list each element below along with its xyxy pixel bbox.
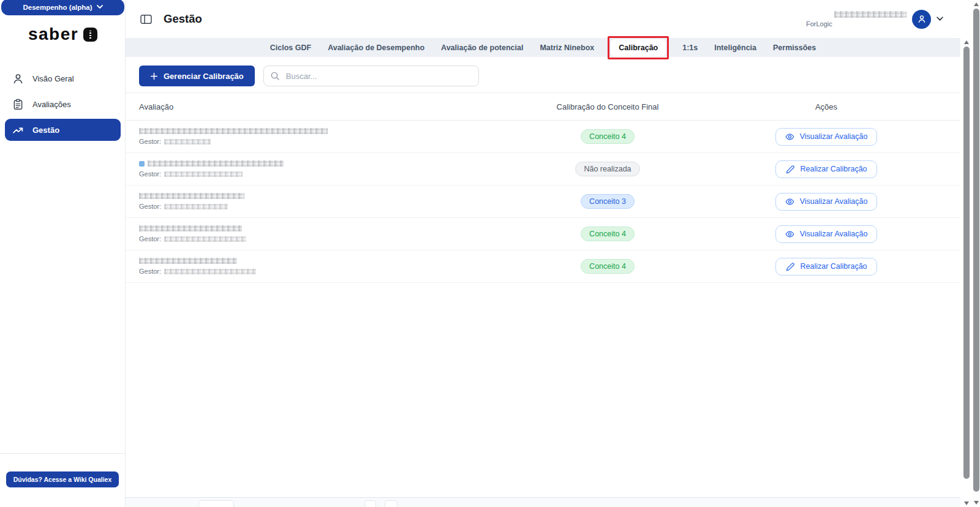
sidebar-item-avaliacoes[interactable]: Avaliações <box>5 93 121 115</box>
main-header: Gestão ForLogic <box>126 0 960 38</box>
main-area: Gestão ForLogic C <box>126 0 960 507</box>
row-action-label: Realizar Calibração <box>800 262 867 271</box>
workspace-switcher[interactable]: Desempenho (alpha) <box>1 0 124 15</box>
tab-calibracao[interactable]: Calibração <box>611 39 666 56</box>
scroll-down-arrow-icon[interactable] <box>974 501 979 505</box>
row-action-label: Visualizar Avaliação <box>800 132 868 141</box>
avatar[interactable] <box>912 10 931 29</box>
row-action-button[interactable]: Visualizar Avaliação <box>775 193 878 211</box>
gestor-label: Gestor: <box>139 235 161 242</box>
column-header-avaliacao: Avaliação <box>126 102 523 111</box>
gestor-name-redacted <box>164 236 246 242</box>
pager-button[interactable] <box>385 500 398 507</box>
row-action-button[interactable]: Realizar Calibração <box>775 258 876 276</box>
evaluation-title-redacted <box>139 225 242 231</box>
annotated-tab-wrap: Calibração <box>611 39 666 56</box>
sidebar-menu: Visão Geral Avaliações Gestão <box>5 67 121 145</box>
evaluation-cell: Gestor: <box>126 160 523 178</box>
outer-scrollbar[interactable] <box>973 0 980 507</box>
sidebar-item-gestao[interactable]: Gestão <box>5 119 121 141</box>
workspace-switcher-label: Desempenho (alpha) <box>23 4 92 11</box>
tab-permissoes[interactable]: Permissões <box>773 43 816 52</box>
gestor-label: Gestor: <box>139 203 161 210</box>
calibration-status-badge: Conceito 3 <box>581 194 635 209</box>
row-action-label: Visualizar Avaliação <box>800 230 868 238</box>
calibration-status-badge: Conceito 4 <box>581 259 635 274</box>
outer-scrollbar-thumb[interactable] <box>973 9 979 492</box>
account-meta: ForLogic <box>806 11 907 28</box>
gestor-name-redacted <box>164 204 228 209</box>
manage-calibration-button[interactable]: Gerenciar Calibração <box>139 66 255 86</box>
inner-scrollbar[interactable] <box>963 38 970 507</box>
column-header-calibracao: Calibração do Conceito Final <box>523 102 692 111</box>
sidebar-item-visao-geral[interactable]: Visão Geral <box>5 67 121 89</box>
search-box <box>263 66 479 86</box>
tab-1-1s[interactable]: 1:1s <box>682 43 698 52</box>
calibration-status-badge: Não realizada <box>575 162 639 176</box>
pager-button[interactable] <box>364 500 376 507</box>
logo-badge-icon <box>83 28 97 42</box>
evaluation-cell: Gestor: <box>126 258 523 275</box>
table-row: Gestor: Conceito 4 Visualizar Avaliação <box>126 121 960 153</box>
row-action-button[interactable]: Visualizar Avaliação <box>775 225 878 243</box>
page-size-select[interactable] <box>198 500 234 507</box>
evaluation-chip <box>139 161 145 167</box>
sidebar-item-label: Gestão <box>32 126 59 135</box>
table-row: Gestor: Conceito 3 Visualizar Avaliação <box>126 186 960 218</box>
evaluation-cell: Gestor: <box>126 225 523 242</box>
table-row: Gestor: Conceito 4 Visualizar Avaliação <box>126 218 960 250</box>
wiki-help-button[interactable]: Dúvidas? Acesse a Wiki Qualiex <box>6 471 119 487</box>
scroll-up-arrow-icon[interactable] <box>974 2 979 6</box>
logo: saber <box>0 24 126 44</box>
scroll-down-arrow-icon[interactable] <box>964 501 969 505</box>
row-action-label: Realizar Calibração <box>800 165 867 173</box>
table-row: Gestor: Não realizada Realizar Calibraçã… <box>126 153 960 186</box>
clipboard-icon <box>12 99 24 110</box>
chevron-down-icon <box>97 5 103 9</box>
table-body: Gestor: Conceito 4 Visualizar Avaliação <box>126 121 960 283</box>
tab-avaliacao-de-desempenho[interactable]: Avaliação de Desempenho <box>328 43 424 52</box>
trend-up-icon <box>12 124 24 136</box>
row-action-button[interactable]: Realizar Calibração <box>775 160 876 178</box>
calibration-status-badge: Conceito 4 <box>581 227 635 241</box>
table-row: Gestor: Conceito 4 Realizar Calibração <box>126 250 960 283</box>
person-icon <box>12 73 24 85</box>
scroll-up-arrow-icon[interactable] <box>964 40 969 44</box>
tab-inteligencia[interactable]: Inteligência <box>714 43 756 52</box>
sidebar-toggle-icon[interactable] <box>140 13 153 24</box>
gestor-label: Gestor: <box>139 138 161 145</box>
account-chevron-down-icon[interactable] <box>937 17 943 21</box>
pagination-footer <box>126 497 960 507</box>
plus-icon <box>150 72 158 80</box>
gestor-name-redacted <box>164 171 243 177</box>
account-name-redacted <box>834 11 907 18</box>
eye-icon <box>785 132 794 141</box>
inner-scrollbar-thumb[interactable] <box>963 47 970 479</box>
sidebar-item-label: Visão Geral <box>32 74 74 83</box>
calibration-status-badge: Conceito 4 <box>581 129 635 144</box>
tab-avaliacao-de-potencial[interactable]: Avaliação de potencial <box>441 43 523 52</box>
tab-ciclos-gdf[interactable]: Ciclos GDF <box>270 43 311 52</box>
evaluation-title-redacted <box>148 160 284 167</box>
pencil-icon <box>785 262 794 271</box>
tab-matriz-ninebox[interactable]: Matriz Ninebox <box>540 43 594 52</box>
column-header-acoes: Ações <box>692 102 960 111</box>
tab-bar: Ciclos GDFAvaliação de DesempenhoAvaliaç… <box>126 38 960 57</box>
eye-icon <box>785 230 794 239</box>
evaluation-cell: Gestor: <box>126 193 523 210</box>
row-action-button[interactable]: Visualizar Avaliação <box>775 128 878 146</box>
account-company-label: ForLogic <box>806 20 832 28</box>
manage-calibration-label: Gerenciar Calibração <box>164 72 244 81</box>
logo-text: saber <box>28 24 78 44</box>
row-action-label: Visualizar Avaliação <box>800 197 868 206</box>
gestor-label: Gestor: <box>139 170 161 178</box>
app-root: Desempenho (alpha) saber Visão Geral <box>0 0 980 507</box>
account-area: ForLogic <box>806 0 943 38</box>
toolbar: Gerenciar Calibração <box>126 57 960 92</box>
page-title: Gestão <box>164 12 202 26</box>
evaluation-title-redacted <box>139 258 237 264</box>
sidebar-divider <box>0 453 125 454</box>
gestor-label: Gestor: <box>139 268 161 275</box>
search-icon <box>270 71 280 81</box>
search-input[interactable] <box>263 66 479 86</box>
